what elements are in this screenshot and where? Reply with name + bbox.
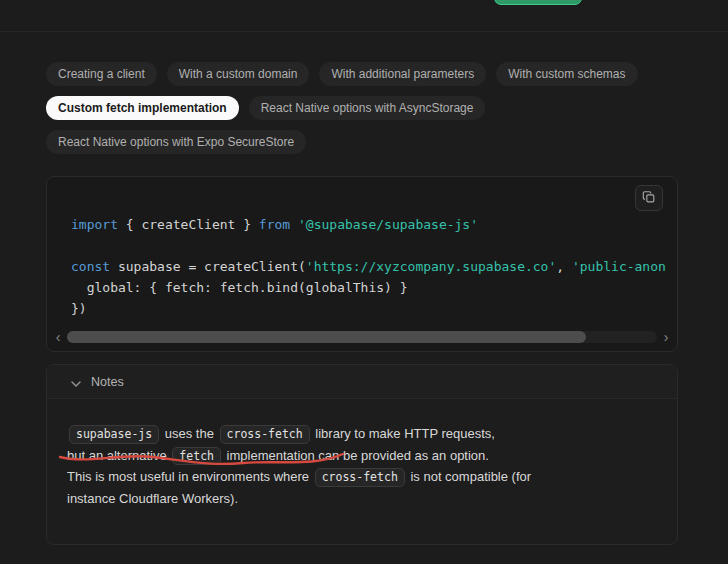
code-line — [71, 235, 677, 256]
inline-code: fetch — [172, 447, 221, 466]
tab-pill[interactable]: With custom schemas — [496, 62, 637, 86]
note-text: This is most useful in environments wher… — [67, 469, 313, 484]
content: Creating a clientWith a custom domainWit… — [46, 62, 678, 545]
scroll-right-icon[interactable]: › — [659, 330, 673, 344]
note-text: uses the — [161, 426, 217, 441]
note-line: supabase-js uses the cross-fetch library… — [67, 423, 657, 445]
top-divider — [0, 31, 728, 32]
copy-button[interactable] — [635, 185, 663, 211]
note-line: instance Cloudflare Workers). — [67, 488, 657, 510]
tab-pill[interactable]: React Native options with AsyncStorage — [249, 96, 486, 120]
tab-pill[interactable]: Creating a client — [46, 62, 157, 86]
scroll-left-icon[interactable]: ‹ — [51, 330, 65, 344]
code-content: import { createClient } from '@supabase/… — [47, 177, 677, 319]
notes-panel: Notes supabase-js uses the cross-fetch l… — [46, 364, 678, 545]
inline-code: cross-fetch — [220, 425, 310, 444]
tab-pill[interactable]: Custom fetch implementation — [46, 96, 239, 120]
note-text: instance Cloudflare Workers). — [67, 491, 238, 506]
tab-row: React Native options with Expo SecureSto… — [46, 130, 678, 154]
notes-lines: supabase-js uses the cross-fetch library… — [67, 423, 657, 509]
code-scrollbar: ‹ › — [47, 330, 677, 344]
code-line: import { createClient } from '@supabase/… — [71, 214, 677, 235]
note-text: implementation can be provided as an opt… — [223, 448, 489, 463]
note-line: This is most useful in environments wher… — [67, 466, 657, 488]
inline-code: cross-fetch — [315, 468, 405, 487]
note-text: but an alternative — [67, 448, 170, 463]
notes-title: Notes — [91, 375, 124, 389]
tab-pill[interactable]: React Native options with Expo SecureSto… — [46, 130, 306, 154]
tab-pill[interactable]: With a custom domain — [167, 62, 310, 86]
tab-row: Custom fetch implementationReact Native … — [46, 96, 678, 120]
notes-body: supabase-js uses the cross-fetch library… — [47, 399, 677, 509]
code-line: const supabase = createClient('https://x… — [71, 256, 677, 277]
scrollbar-thumb[interactable] — [67, 331, 586, 343]
chevron-down-icon — [71, 373, 81, 391]
inline-code: supabase-js — [69, 425, 159, 444]
tab-row: Creating a clientWith a custom domainWit… — [46, 62, 678, 86]
note-text: library to make HTTP requests, — [312, 426, 495, 441]
code-line: global: { fetch: fetch.bind(globalThis) … — [71, 277, 677, 298]
note-line: but an alternative fetch implementation … — [67, 445, 657, 467]
tab-pill[interactable]: With additional parameters — [319, 62, 486, 86]
scrollbar-track[interactable] — [67, 331, 657, 343]
code-block: import { createClient } from '@supabase/… — [46, 176, 678, 352]
primary-green-button[interactable] — [494, 0, 582, 5]
page: Creating a clientWith a custom domainWit… — [0, 0, 728, 564]
example-tabs: Creating a clientWith a custom domainWit… — [46, 62, 678, 154]
note-text: is not compatible (for — [407, 469, 531, 484]
copy-icon — [642, 190, 656, 207]
notes-header[interactable]: Notes — [47, 365, 677, 399]
code-line: }) — [71, 298, 677, 319]
